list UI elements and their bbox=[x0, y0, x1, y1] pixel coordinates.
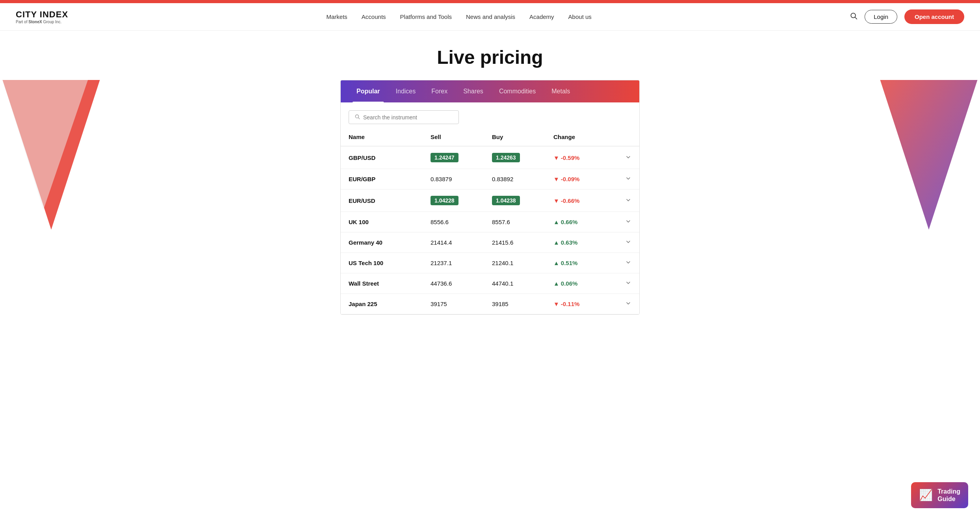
chevron-down-icon bbox=[625, 218, 631, 225]
table-row[interactable]: UK 1008556.68557.60.66% bbox=[341, 212, 639, 232]
change-value: 0.06% bbox=[553, 280, 577, 287]
table-row[interactable]: EUR/USD1.042281.04238-0.66% bbox=[341, 189, 639, 212]
cell-buy: 44740.1 bbox=[484, 273, 546, 294]
change-value: 0.51% bbox=[553, 260, 577, 266]
chevron-down-icon bbox=[625, 197, 631, 203]
cell-change: 0.66% bbox=[546, 212, 617, 232]
bg-right-svg bbox=[878, 80, 980, 338]
col-header-buy: Buy bbox=[484, 128, 546, 146]
cell-change: 0.06% bbox=[546, 273, 617, 294]
cell-name: Japan 225 bbox=[341, 294, 423, 314]
tab-indices[interactable]: Indices bbox=[388, 85, 424, 97]
change-value: 0.63% bbox=[553, 239, 577, 246]
col-header-change: Change bbox=[546, 128, 617, 146]
bg-left-svg bbox=[0, 80, 102, 338]
pricing-table: Name Sell Buy Change GBP/USD1.242471.242… bbox=[341, 128, 639, 314]
cell-chevron bbox=[617, 273, 639, 294]
cell-chevron bbox=[617, 146, 639, 169]
cell-change: 0.51% bbox=[546, 253, 617, 273]
table-row[interactable]: EUR/GBP0.838790.83892-0.09% bbox=[341, 169, 639, 189]
nav-platforms[interactable]: Platforms and Tools bbox=[400, 13, 452, 20]
table-head: Name Sell Buy Change bbox=[341, 128, 639, 146]
cell-buy: 8557.6 bbox=[484, 212, 546, 232]
top-bar bbox=[0, 0, 980, 3]
cell-change: -0.66% bbox=[546, 189, 617, 212]
nav-news[interactable]: News and analysis bbox=[466, 13, 515, 20]
search-icon-button[interactable] bbox=[850, 12, 858, 22]
change-value: -0.11% bbox=[553, 301, 579, 307]
sell-price-badge: 1.24247 bbox=[431, 153, 458, 162]
cell-name: EUR/USD bbox=[341, 189, 423, 212]
chevron-down-icon bbox=[625, 239, 631, 245]
svg-line-1 bbox=[855, 17, 857, 19]
logo-main: CITY INDEX bbox=[16, 9, 68, 20]
cell-chevron bbox=[617, 189, 639, 212]
cell-name: UK 100 bbox=[341, 212, 423, 232]
cell-chevron bbox=[617, 294, 639, 314]
change-value: -0.09% bbox=[553, 176, 579, 182]
tab-metals[interactable]: Metals bbox=[544, 85, 578, 97]
nav-accounts[interactable]: Accounts bbox=[362, 13, 386, 20]
cell-buy: 21240.1 bbox=[484, 253, 546, 273]
chevron-down-icon bbox=[625, 154, 631, 160]
table-row[interactable]: Wall Street44736.644740.10.06% bbox=[341, 273, 639, 294]
cell-name: Germany 40 bbox=[341, 232, 423, 253]
change-value: -0.59% bbox=[553, 154, 579, 161]
search-icon bbox=[850, 12, 858, 20]
search-box[interactable] bbox=[349, 110, 459, 124]
nav-right: Login Open account bbox=[850, 9, 964, 24]
login-button[interactable]: Login bbox=[865, 10, 897, 24]
search-input[interactable] bbox=[363, 114, 453, 121]
cell-buy: 21415.6 bbox=[484, 232, 546, 253]
cell-sell: 39175 bbox=[423, 294, 484, 314]
cell-sell: 1.04228 bbox=[423, 189, 484, 212]
cell-sell: 1.24247 bbox=[423, 146, 484, 169]
change-value: -0.66% bbox=[553, 197, 579, 204]
bg-right-decoration bbox=[870, 80, 980, 338]
cell-chevron bbox=[617, 253, 639, 273]
cell-name: Wall Street bbox=[341, 273, 423, 294]
table-row[interactable]: GBP/USD1.242471.24263-0.59% bbox=[341, 146, 639, 169]
tab-shares[interactable]: Shares bbox=[455, 85, 491, 97]
tab-commodities[interactable]: Commodities bbox=[491, 85, 544, 97]
cell-change: -0.09% bbox=[546, 169, 617, 189]
cell-sell: 21414.4 bbox=[423, 232, 484, 253]
cell-sell: 44736.6 bbox=[423, 273, 484, 294]
cell-change: -0.59% bbox=[546, 146, 617, 169]
nav-academy[interactable]: Academy bbox=[529, 13, 554, 20]
chevron-down-icon bbox=[625, 175, 631, 182]
svg-marker-2 bbox=[0, 80, 102, 230]
pricing-widget: Popular Indices Forex Shares Commodities… bbox=[340, 80, 640, 315]
tab-popular[interactable]: Popular bbox=[349, 85, 388, 97]
cell-chevron bbox=[617, 169, 639, 189]
chevron-down-icon bbox=[625, 259, 631, 266]
nav-about[interactable]: About us bbox=[568, 13, 592, 20]
table-row[interactable]: Germany 4021414.421415.60.63% bbox=[341, 232, 639, 253]
navbar: CITY INDEX Part of StoneX Group Inc. Mar… bbox=[0, 3, 980, 31]
cell-name: EUR/GBP bbox=[341, 169, 423, 189]
buy-price-badge: 1.24263 bbox=[492, 153, 520, 162]
tabs-header: Popular Indices Forex Shares Commodities… bbox=[341, 80, 639, 102]
col-header-sell: Sell bbox=[423, 128, 484, 146]
cell-chevron bbox=[617, 212, 639, 232]
col-header-name: Name bbox=[341, 128, 423, 146]
cell-change: 0.63% bbox=[546, 232, 617, 253]
open-account-button[interactable]: Open account bbox=[904, 9, 964, 24]
main-wrapper: Popular Indices Forex Shares Commodities… bbox=[0, 80, 980, 338]
tab-forex[interactable]: Forex bbox=[423, 85, 455, 97]
cell-buy: 1.04238 bbox=[484, 189, 546, 212]
cell-buy: 39185 bbox=[484, 294, 546, 314]
svg-line-6 bbox=[358, 118, 360, 119]
bg-left-decoration bbox=[0, 80, 110, 338]
table-row[interactable]: Japan 2253917539185-0.11% bbox=[341, 294, 639, 314]
logo-sub: Part of StoneX Group Inc. bbox=[16, 20, 68, 24]
nav-markets[interactable]: Markets bbox=[327, 13, 347, 20]
table-row[interactable]: US Tech 10021237.121240.10.51% bbox=[341, 253, 639, 273]
cell-sell: 8556.6 bbox=[423, 212, 484, 232]
search-icon-small bbox=[355, 114, 360, 121]
svg-marker-3 bbox=[0, 80, 91, 210]
cell-chevron bbox=[617, 232, 639, 253]
cell-buy: 1.24263 bbox=[484, 146, 546, 169]
sell-price-badge: 1.04228 bbox=[431, 196, 458, 205]
chevron-down-icon bbox=[625, 300, 631, 306]
